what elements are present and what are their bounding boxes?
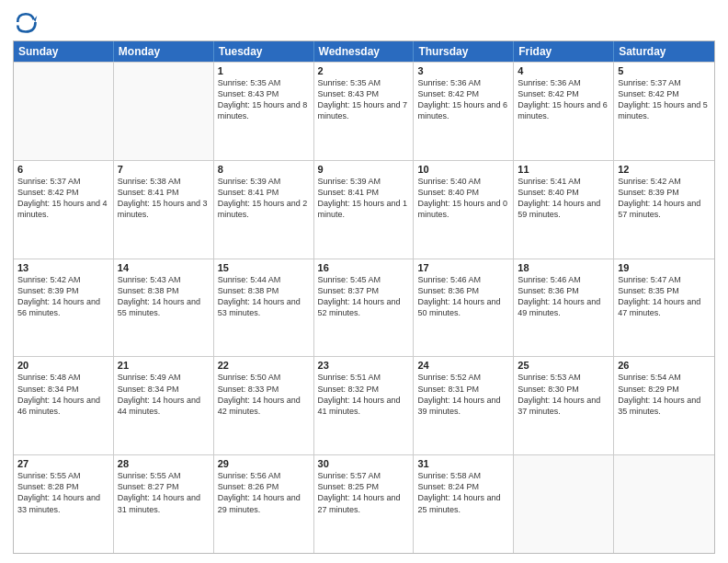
day-number: 1 (218, 65, 310, 76)
day-number: 11 (518, 164, 609, 175)
day-cell: 5Sunrise: 5:37 AM Sunset: 8:42 PM Daylig… (614, 63, 714, 160)
day-number: 12 (618, 164, 711, 175)
day-info: Sunrise: 5:35 AM Sunset: 8:43 PM Dayligh… (218, 77, 310, 122)
day-info: Sunrise: 5:37 AM Sunset: 8:42 PM Dayligh… (17, 176, 109, 221)
day-number: 7 (118, 164, 210, 175)
day-number: 29 (218, 458, 310, 469)
day-cell: 1Sunrise: 5:35 AM Sunset: 8:43 PM Daylig… (214, 63, 314, 160)
page: SundayMondayTuesdayWednesdayThursdayFrid… (0, 0, 728, 563)
calendar-body: 1Sunrise: 5:35 AM Sunset: 8:43 PM Daylig… (14, 62, 714, 553)
day-info: Sunrise: 5:45 AM Sunset: 8:37 PM Dayligh… (318, 274, 410, 319)
day-info: Sunrise: 5:58 AM Sunset: 8:24 PM Dayligh… (417, 470, 509, 515)
day-cell: 12Sunrise: 5:42 AM Sunset: 8:39 PM Dayli… (614, 161, 714, 259)
day-number: 18 (518, 262, 609, 273)
day-cell: 28Sunrise: 5:55 AM Sunset: 8:27 PM Dayli… (114, 455, 214, 553)
day-info: Sunrise: 5:50 AM Sunset: 8:33 PM Dayligh… (218, 372, 310, 417)
day-number: 5 (618, 65, 711, 76)
day-number: 26 (618, 360, 711, 371)
weekday-header: Friday (514, 41, 614, 62)
day-cell: 10Sunrise: 5:40 AM Sunset: 8:40 PM Dayli… (414, 161, 514, 259)
day-cell: 17Sunrise: 5:46 AM Sunset: 8:36 PM Dayli… (414, 259, 514, 357)
day-info: Sunrise: 5:40 AM Sunset: 8:40 PM Dayligh… (417, 176, 509, 221)
day-info: Sunrise: 5:35 AM Sunset: 8:43 PM Dayligh… (318, 77, 410, 122)
day-cell: 26Sunrise: 5:54 AM Sunset: 8:29 PM Dayli… (614, 357, 714, 454)
day-info: Sunrise: 5:41 AM Sunset: 8:40 PM Dayligh… (518, 176, 609, 221)
day-number: 13 (17, 262, 109, 273)
day-number: 9 (318, 164, 410, 175)
day-info: Sunrise: 5:38 AM Sunset: 8:41 PM Dayligh… (118, 176, 210, 221)
day-cell: 18Sunrise: 5:46 AM Sunset: 8:36 PM Dayli… (514, 259, 614, 357)
day-number: 16 (318, 262, 410, 273)
weekday-header: Thursday (414, 41, 514, 62)
day-number: 4 (518, 65, 609, 76)
weekday-header: Tuesday (214, 41, 314, 62)
day-number: 25 (518, 360, 609, 371)
day-info: Sunrise: 5:46 AM Sunset: 8:36 PM Dayligh… (518, 274, 609, 319)
weekday-header: Wednesday (314, 41, 415, 62)
weekday-header: Saturday (614, 41, 714, 62)
day-info: Sunrise: 5:49 AM Sunset: 8:34 PM Dayligh… (118, 372, 210, 417)
empty-cell (614, 455, 714, 553)
day-number: 6 (17, 164, 109, 175)
weekday-header: Monday (114, 41, 214, 62)
header (13, 9, 715, 35)
day-cell: 30Sunrise: 5:57 AM Sunset: 8:25 PM Dayli… (314, 455, 415, 553)
day-cell: 11Sunrise: 5:41 AM Sunset: 8:40 PM Dayli… (514, 161, 614, 259)
day-number: 30 (318, 458, 410, 469)
day-info: Sunrise: 5:39 AM Sunset: 8:41 PM Dayligh… (318, 176, 410, 221)
day-number: 17 (417, 262, 509, 273)
day-number: 23 (318, 360, 410, 371)
day-cell: 8Sunrise: 5:39 AM Sunset: 8:41 PM Daylig… (214, 161, 314, 259)
day-cell: 15Sunrise: 5:44 AM Sunset: 8:38 PM Dayli… (214, 259, 314, 357)
day-number: 28 (118, 458, 210, 469)
day-cell: 24Sunrise: 5:52 AM Sunset: 8:31 PM Dayli… (414, 357, 514, 454)
day-cell: 9Sunrise: 5:39 AM Sunset: 8:41 PM Daylig… (314, 161, 415, 259)
day-cell: 14Sunrise: 5:43 AM Sunset: 8:38 PM Dayli… (114, 259, 214, 357)
day-info: Sunrise: 5:53 AM Sunset: 8:30 PM Dayligh… (518, 372, 609, 417)
weekday-header: Sunday (14, 41, 114, 62)
day-cell: 7Sunrise: 5:38 AM Sunset: 8:41 PM Daylig… (114, 161, 214, 259)
day-cell: 31Sunrise: 5:58 AM Sunset: 8:24 PM Dayli… (414, 455, 514, 553)
day-info: Sunrise: 5:56 AM Sunset: 8:26 PM Dayligh… (218, 470, 310, 515)
logo (13, 9, 42, 35)
day-cell: 3Sunrise: 5:36 AM Sunset: 8:42 PM Daylig… (414, 63, 514, 160)
day-cell: 23Sunrise: 5:51 AM Sunset: 8:32 PM Dayli… (314, 357, 415, 454)
day-cell: 20Sunrise: 5:48 AM Sunset: 8:34 PM Dayli… (14, 357, 114, 454)
day-cell: 6Sunrise: 5:37 AM Sunset: 8:42 PM Daylig… (14, 161, 114, 259)
calendar: SundayMondayTuesdayWednesdayThursdayFrid… (13, 40, 715, 554)
logo-icon (13, 9, 39, 35)
day-info: Sunrise: 5:36 AM Sunset: 8:42 PM Dayligh… (518, 77, 609, 122)
calendar-row: 27Sunrise: 5:55 AM Sunset: 8:28 PM Dayli… (14, 454, 714, 553)
day-number: 27 (17, 458, 109, 469)
day-number: 31 (417, 458, 509, 469)
day-info: Sunrise: 5:43 AM Sunset: 8:38 PM Dayligh… (118, 274, 210, 319)
day-number: 19 (618, 262, 711, 273)
day-info: Sunrise: 5:48 AM Sunset: 8:34 PM Dayligh… (17, 372, 109, 417)
day-info: Sunrise: 5:52 AM Sunset: 8:31 PM Dayligh… (417, 372, 509, 417)
day-info: Sunrise: 5:36 AM Sunset: 8:42 PM Dayligh… (417, 77, 509, 122)
empty-cell (14, 63, 114, 160)
day-number: 22 (218, 360, 310, 371)
day-info: Sunrise: 5:42 AM Sunset: 8:39 PM Dayligh… (618, 176, 711, 221)
calendar-row: 6Sunrise: 5:37 AM Sunset: 8:42 PM Daylig… (14, 160, 714, 259)
empty-cell (114, 63, 214, 160)
day-cell: 29Sunrise: 5:56 AM Sunset: 8:26 PM Dayli… (214, 455, 314, 553)
day-cell: 13Sunrise: 5:42 AM Sunset: 8:39 PM Dayli… (14, 259, 114, 357)
day-info: Sunrise: 5:46 AM Sunset: 8:36 PM Dayligh… (417, 274, 509, 319)
day-info: Sunrise: 5:39 AM Sunset: 8:41 PM Dayligh… (218, 176, 310, 221)
day-cell: 2Sunrise: 5:35 AM Sunset: 8:43 PM Daylig… (314, 63, 415, 160)
day-info: Sunrise: 5:55 AM Sunset: 8:28 PM Dayligh… (17, 470, 109, 515)
day-number: 21 (118, 360, 210, 371)
day-cell: 27Sunrise: 5:55 AM Sunset: 8:28 PM Dayli… (14, 455, 114, 553)
day-cell: 16Sunrise: 5:45 AM Sunset: 8:37 PM Dayli… (314, 259, 415, 357)
calendar-row: 1Sunrise: 5:35 AM Sunset: 8:43 PM Daylig… (14, 62, 714, 160)
day-number: 24 (417, 360, 509, 371)
day-info: Sunrise: 5:57 AM Sunset: 8:25 PM Dayligh… (318, 470, 410, 515)
day-number: 10 (417, 164, 509, 175)
day-cell: 21Sunrise: 5:49 AM Sunset: 8:34 PM Dayli… (114, 357, 214, 454)
day-cell: 4Sunrise: 5:36 AM Sunset: 8:42 PM Daylig… (514, 63, 614, 160)
calendar-header: SundayMondayTuesdayWednesdayThursdayFrid… (14, 41, 714, 62)
day-info: Sunrise: 5:55 AM Sunset: 8:27 PM Dayligh… (118, 470, 210, 515)
day-number: 14 (118, 262, 210, 273)
day-cell: 22Sunrise: 5:50 AM Sunset: 8:33 PM Dayli… (214, 357, 314, 454)
